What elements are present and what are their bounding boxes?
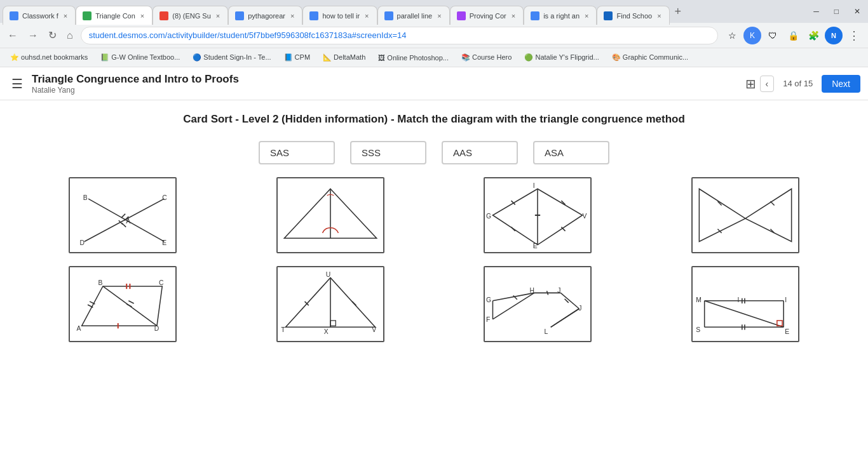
bookmark-ouhsd[interactable]: ⭐ ouhsd.net bookmarks: [5, 52, 93, 63]
extension-icon-4[interactable]: 🧩: [804, 27, 822, 44]
diagram-svg-7: G F H J J L: [485, 267, 590, 341]
svg-text:S: S: [696, 326, 700, 333]
svg-line-64: [551, 309, 580, 327]
category-asa[interactable]: ASA: [533, 141, 609, 164]
bookmark-photoshop[interactable]: 🖼 Online Photoshop...: [373, 53, 454, 63]
bookmark-gw[interactable]: 📗 G-W Online Textboo...: [95, 52, 185, 63]
minimize-button[interactable]: ─: [808, 4, 824, 18]
svg-text:F: F: [486, 316, 490, 323]
svg-line-27: [770, 201, 774, 205]
svg-text:X: X: [323, 328, 328, 335]
tab-right-an[interactable]: is a right an ×: [524, 6, 597, 25]
svg-text:L: L: [545, 328, 548, 335]
forward-button[interactable]: →: [25, 27, 41, 44]
tab-triangle[interactable]: Triangle Con ×: [76, 6, 153, 25]
svg-line-67: [547, 291, 548, 295]
category-sas[interactable]: SAS: [259, 141, 335, 164]
category-sss[interactable]: SSS: [350, 141, 426, 164]
app-subtitle: Natalie Yang: [32, 86, 742, 95]
profile-icon[interactable]: N: [825, 27, 843, 44]
tab-pythagorean[interactable]: pythagorear ×: [228, 6, 302, 25]
tab-classwork[interactable]: Classwork f ×: [3, 6, 76, 25]
tab-eng[interactable]: (8) (ENG Su ×: [153, 6, 228, 25]
url-bar[interactable]: [81, 27, 718, 44]
svg-line-42: [129, 301, 134, 303]
tab-pythagorean-close[interactable]: ×: [289, 11, 295, 21]
tab-triangle-close[interactable]: ×: [139, 11, 146, 21]
restore-button[interactable]: □: [829, 4, 844, 18]
diagram-svg-2: [278, 178, 383, 252]
svg-line-7: [121, 214, 125, 218]
home-button[interactable]: ⌂: [64, 27, 76, 44]
tab-classwork-close[interactable]: ×: [62, 11, 69, 21]
bookmark-coursehero[interactable]: 📚 Course Hero: [456, 52, 517, 63]
svg-text:E: E: [785, 328, 789, 335]
hamburger-menu-button[interactable]: ☰: [8, 72, 27, 95]
bookmark-star-icon[interactable]: ☆: [723, 27, 741, 44]
tab-eng-title: (8) (ENG Su: [172, 12, 211, 20]
back-button[interactable]: ←: [5, 27, 20, 44]
extension-icon-3[interactable]: 🔒: [784, 27, 802, 44]
address-bar: ← → ↻ ⌂ ☆ K 🛡 🔒 🧩 N ⋮: [0, 23, 868, 48]
tab-parallel-close[interactable]: ×: [436, 11, 442, 21]
tab-eng-close[interactable]: ×: [215, 11, 221, 21]
svg-marker-34: [82, 286, 163, 326]
diagram-card-6[interactable]: U T X V: [276, 266, 384, 342]
calculator-icon[interactable]: ⊞: [742, 72, 760, 95]
svg-rect-49: [330, 321, 336, 326]
extension-icon-1[interactable]: K: [743, 27, 761, 44]
diagram-card-5[interactable]: B C A D: [69, 266, 177, 342]
tab-find-school-close[interactable]: ×: [656, 11, 662, 21]
menu-icon[interactable]: ⋮: [845, 27, 863, 44]
diagram-card-1[interactable]: B C A D E: [69, 177, 177, 253]
tab-how-to-tell[interactable]: how to tell ir ×: [302, 6, 377, 25]
bookmark-graphic[interactable]: 🎨 Graphic Communic...: [607, 52, 693, 63]
diagram-cards-container: B C A D E: [25, 177, 843, 431]
svg-marker-25: [745, 189, 792, 242]
diagram-svg-3: I G V E: [485, 178, 590, 252]
tab-proving-close[interactable]: ×: [510, 11, 517, 21]
tab-how-close[interactable]: ×: [363, 11, 370, 21]
new-tab-button[interactable]: +: [672, 3, 684, 21]
tab-parallel[interactable]: parallel line ×: [377, 6, 450, 25]
category-aas[interactable]: AAS: [442, 141, 518, 164]
tab-find-school[interactable]: Find Schoo ×: [597, 6, 669, 25]
prev-page-button[interactable]: ‹: [760, 76, 775, 92]
bookmark-student-signin[interactable]: 🔵 Student Sign-In - Te...: [187, 52, 276, 63]
main-content: Card Sort - Level 2 (Hidden information)…: [0, 100, 868, 452]
window-controls: ─ □ ✕: [808, 4, 865, 18]
eng-favicon: [159, 11, 168, 20]
refresh-button[interactable]: ↻: [46, 27, 59, 44]
svg-line-60: [561, 293, 580, 309]
bookmark-flipgrid[interactable]: 🟢 Natalie Y's Flipgrid...: [519, 52, 604, 63]
page-indicator: 14 of 15: [778, 79, 818, 88]
triangle-favicon: [83, 11, 92, 20]
svg-text:C: C: [159, 279, 164, 286]
diagram-card-2[interactable]: [276, 177, 384, 253]
extension-icon-2[interactable]: 🛡: [764, 27, 782, 44]
diagram-card-3[interactable]: I G V E: [484, 177, 592, 253]
tab-find-school-title: Find Schoo: [616, 12, 652, 20]
app-title-block: Triangle Congruence and Intro to Proofs …: [32, 73, 742, 95]
activity-title: Card Sort - Level 2 (Hidden information)…: [25, 113, 843, 126]
svg-line-77: [704, 301, 783, 328]
diagram-card-8[interactable]: M I I S E: [691, 266, 799, 342]
tab-right-close[interactable]: ×: [583, 11, 590, 21]
svg-line-41: [126, 304, 132, 307]
bookmark-deltamath[interactable]: 📐 DeltaMath: [318, 52, 370, 63]
classwork-favicon: [10, 11, 18, 20]
diagram-card-7[interactable]: G F H J J L: [484, 266, 592, 342]
diagram-svg-6: U T X V: [278, 267, 383, 341]
svg-text:U: U: [325, 271, 330, 278]
pythagorean-favicon: [235, 11, 244, 20]
close-button[interactable]: ✕: [849, 4, 865, 18]
bookmark-cpm[interactable]: 📘 CPM: [279, 52, 316, 63]
tab-proving-title: Proving Cor: [470, 12, 506, 20]
toolbar-icons: ☆ K 🛡 🔒 🧩 N ⋮: [723, 27, 863, 44]
svg-text:I: I: [533, 182, 535, 189]
svg-text:I: I: [785, 296, 787, 303]
diagram-card-4[interactable]: [691, 177, 799, 253]
tab-proving[interactable]: Proving Cor ×: [450, 6, 524, 25]
next-page-button[interactable]: Next: [822, 75, 860, 93]
tab-triangle-title: Triangle Con: [95, 12, 135, 20]
